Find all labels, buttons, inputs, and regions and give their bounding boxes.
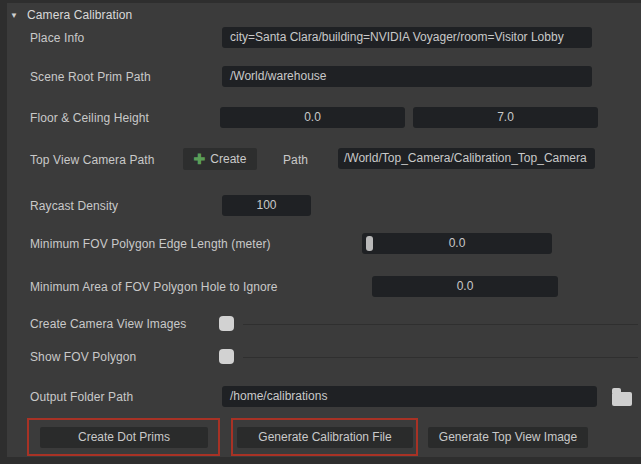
scene-root-prim-path-field[interactable]: /World/warehouse	[222, 66, 592, 87]
top-view-camera-path-label: Top View Camera Path	[30, 153, 155, 168]
path-label: Path	[283, 153, 308, 168]
create-camera-button[interactable]: ✚ Create	[183, 148, 257, 170]
slider-handle[interactable]	[366, 236, 373, 251]
section-header-camera-calibration[interactable]: ▼Camera Calibration	[10, 8, 132, 23]
output-folder-path-label: Output Folder Path	[30, 390, 133, 405]
floor-ceiling-height-label: Floor & Ceiling Height	[30, 111, 149, 126]
scene-root-prim-path-label: Scene Root Prim Path	[30, 70, 151, 85]
plus-icon: ✚	[194, 152, 206, 166]
top-view-camera-path-field[interactable]: /World/Top_Camera/Calibration_Top_Camera	[338, 148, 595, 169]
min-fov-hole-area-label: Minimum Area of FOV Polygon Hole to Igno…	[30, 280, 278, 295]
place-info-field[interactable]: city=Santa Clara/building=NVIDIA Voyager…	[222, 27, 592, 48]
min-fov-edge-length-slider[interactable]: 0.0	[362, 233, 552, 254]
floor-height-field[interactable]: 0.0	[220, 107, 405, 128]
highlight-rect-create-dot-prims	[27, 418, 220, 456]
show-fov-polygon-label: Show FOV Polygon	[30, 350, 136, 365]
create-camera-button-label: Create	[210, 152, 246, 166]
min-fov-edge-length-value: 0.0	[449, 236, 466, 250]
show-fov-polygon-checkbox[interactable]	[219, 349, 234, 364]
min-fov-edge-length-label: Minimum FOV Polygon Edge Length (meter)	[30, 237, 271, 252]
place-info-label: Place Info	[30, 31, 84, 46]
separator-line	[243, 324, 638, 325]
generate-top-view-image-button[interactable]: Generate Top View Image	[428, 427, 588, 448]
highlight-rect-generate-calibration-file	[231, 418, 418, 456]
panel-edge-left	[0, 0, 7, 464]
raycast-density-label: Raycast Density	[30, 199, 118, 214]
folder-browse-icon[interactable]	[612, 392, 632, 406]
create-camera-view-images-label: Create Camera View Images	[30, 317, 186, 332]
min-fov-hole-area-field[interactable]: 0.0	[372, 276, 558, 297]
output-folder-path-field[interactable]: /home/calibrations	[222, 386, 597, 407]
create-camera-view-images-checkbox[interactable]	[219, 316, 234, 331]
ceiling-height-field[interactable]: 7.0	[413, 107, 598, 128]
raycast-density-field[interactable]: 100	[222, 195, 311, 216]
section-title: Camera Calibration	[27, 8, 132, 22]
separator-line	[243, 357, 638, 358]
panel-edge-top	[0, 0, 641, 3]
camera-calibration-panel: ▼Camera Calibration Place Info city=Sant…	[0, 0, 641, 464]
collapse-triangle-icon[interactable]: ▼	[10, 8, 18, 23]
panel-edge-bottom	[0, 457, 641, 464]
